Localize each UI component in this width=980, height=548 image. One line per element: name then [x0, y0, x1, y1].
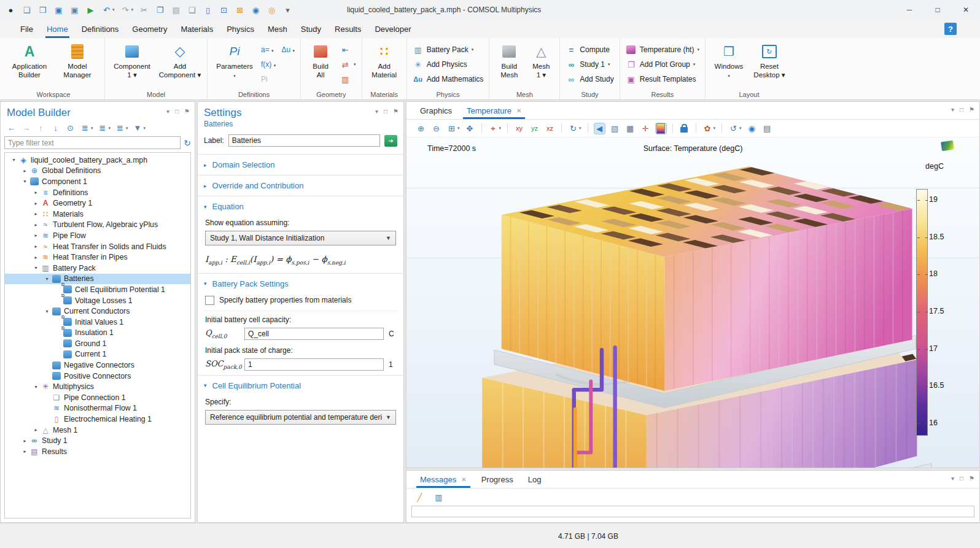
open-button[interactable]: ❒ [36, 4, 50, 17]
menu-tab-definitions[interactable]: Definitions [75, 20, 126, 38]
node-text-dropdown-icon[interactable]: ▾ [126, 126, 128, 131]
rename-button[interactable]: ➔ [384, 135, 397, 147]
undo-button[interactable]: ↶▾ [99, 4, 117, 17]
print-button[interactable]: ▤ [760, 122, 774, 135]
pin-icon[interactable]: ⚑ [969, 475, 974, 482]
move-up-button[interactable]: ↑ [34, 122, 48, 134]
float-panel-icon[interactable]: □ [960, 475, 963, 482]
menu-tab-physics[interactable]: Physics [220, 20, 261, 38]
build-mesh-button[interactable]: BuildMesh [493, 40, 525, 80]
chevron-right-icon[interactable]: ▸ [32, 190, 40, 195]
parameters-button[interactable]: Pi Parameters▾ [211, 40, 258, 80]
collapse-node-dropdown-icon[interactable]: ▾ [109, 126, 111, 131]
tree-item-positive-connectors[interactable]: Positive Connectors [5, 371, 190, 382]
zoom-box-dropdown-icon[interactable]: ▾ [457, 126, 460, 131]
panel-menu-icon[interactable]: ▾ [951, 475, 954, 482]
chevron-right-icon[interactable]: ▸ [21, 168, 29, 174]
show-button[interactable]: ⊙ [63, 122, 77, 134]
move-down-button[interactable]: ↓ [49, 122, 63, 134]
view-yz-button[interactable]: yz [527, 122, 542, 135]
label-input[interactable] [228, 134, 380, 147]
float-panel-icon[interactable]: □ [960, 106, 963, 113]
color-legend-button[interactable] [654, 122, 668, 135]
close-tab-icon[interactable]: ✕ [461, 476, 466, 483]
equation-assuming-dropdown[interactable]: Study 1, Wall Distance Initialization▼ [205, 231, 396, 245]
reset-desktop-button[interactable]: ↻ ResetDesktop ▾ [750, 40, 789, 80]
soc-input[interactable] [244, 358, 384, 371]
expand-node-button[interactable]: ≣▾ [78, 122, 95, 134]
scene-light-button[interactable]: ◀ [593, 122, 607, 135]
clear-messages-button[interactable]: ╱ [413, 491, 427, 504]
update-plot-button[interactable]: ↺▾ [726, 122, 744, 135]
chevron-right-icon[interactable]: ▸ [32, 201, 40, 206]
mesh-1-button[interactable]: △ Mesh1 ▾ [526, 40, 556, 80]
menu-tab-developer[interactable]: Developer [368, 20, 418, 38]
graphics-tab-temperature[interactable]: Temperature✕ [459, 102, 529, 119]
float-panel-icon[interactable]: □ [175, 108, 179, 115]
messages-tab-messages[interactable]: Messages✕ [413, 471, 474, 488]
tree-item-cell-equilibrium-potential-1[interactable]: DCell Equilibrium Potential 1 [5, 284, 190, 295]
virtual-operations-icon[interactable]: ▥ [340, 74, 351, 85]
tree-item-heat-transfer-in-solids-and-fluids[interactable]: ▸≈Heat Transfer in Solids and Fluids [5, 241, 190, 252]
tree-item-results[interactable]: ▸▤Results [5, 446, 190, 457]
chevron-right-icon[interactable]: ▸ [21, 449, 29, 454]
chevron-down-icon[interactable]: ▾ [32, 384, 40, 390]
comsol-logo-button[interactable]: ● [4, 4, 18, 17]
close-tab-icon[interactable]: ✕ [516, 107, 521, 114]
clear-selection-button[interactable]: ⊠ [233, 4, 247, 17]
run-button[interactable]: ▶ [84, 4, 98, 17]
select-box-button[interactable]: ⊡ [217, 4, 231, 17]
find-replace-button[interactable]: ◎ [265, 4, 279, 17]
chevron-right-icon[interactable]: ▸ [32, 427, 40, 433]
float-panel-icon[interactable]: □ [384, 108, 387, 115]
tree-item-mesh-1[interactable]: ▸△Mesh 1 [5, 425, 190, 436]
menu-tab-materials[interactable]: Materials [174, 20, 220, 38]
message-table-button[interactable]: ▥ [432, 491, 446, 504]
temperature-plot-button[interactable]: Temperature (ht)▾ [624, 43, 701, 56]
rotate-view-dropdown-icon[interactable]: ▾ [579, 126, 581, 131]
tree-item-global-definitions[interactable]: ▸⊕Global Definitions [5, 166, 190, 177]
zoom-in-button[interactable]: ⊕ [414, 122, 428, 135]
livelink-sync-icon[interactable]: ⇄ [340, 60, 351, 70]
rotate-view-button[interactable]: ↻▾ [566, 122, 583, 135]
new-file-button[interactable]: ❏ [20, 4, 34, 17]
expand-node-dropdown-icon[interactable]: ▾ [91, 126, 93, 131]
pin-icon[interactable]: ⚑ [969, 106, 974, 113]
tree-item-component-1[interactable]: ▾Component 1 [5, 176, 190, 187]
go-to-default-view-dropdown-icon[interactable]: ▾ [499, 126, 502, 131]
capacity-input[interactable] [244, 328, 384, 340]
nav-back-button[interactable]: ← [4, 122, 18, 134]
undo-dropdown-icon[interactable]: ▾ [112, 7, 115, 12]
section-override-contribution[interactable]: ▸Override and Contribution [198, 175, 403, 196]
result-templates-button[interactable]: ▣ Result Templates [624, 72, 701, 86]
paste-button[interactable]: ▤ [169, 4, 183, 17]
zoom-box-button[interactable]: ⊞▾ [445, 122, 462, 135]
tree-item-study-1[interactable]: ▸∞Study 1 [5, 435, 190, 446]
chevron-down-icon[interactable]: ▾ [10, 157, 18, 163]
variables-button[interactable]: a= ▾ [261, 45, 274, 54]
chevron-right-icon[interactable]: ▸ [32, 255, 40, 260]
nonlocal-couplings-button[interactable]: Δu ▾ [277, 45, 295, 54]
tree-item-initial-values-1[interactable]: DInitial Values 1 [5, 317, 190, 328]
messages-tab-log[interactable]: Log [521, 471, 549, 488]
add-study-button[interactable]: ∞ Add Study [564, 72, 615, 86]
tree-item-current-1[interactable]: Current 1 [5, 349, 190, 360]
duplicate-button[interactable]: ❏ [185, 4, 199, 17]
tree-item-voltage-losses-1[interactable]: DVoltage Losses 1 [5, 295, 190, 306]
panel-menu-icon[interactable]: ▾ [375, 108, 378, 115]
tree-item-ground-1[interactable]: Ground 1 [5, 338, 190, 349]
menu-tab-results[interactable]: Results [328, 20, 368, 38]
section-cell-equilibrium-potential[interactable]: ▾Cell Equilibrium Potential [198, 375, 403, 396]
chevron-right-icon[interactable]: ▸ [21, 438, 29, 444]
add-plot-group-button[interactable]: ❐ Add Plot Group▾ [624, 58, 701, 71]
add-material-button[interactable]: ∷ AddMaterial [366, 40, 403, 80]
messages-tab-progress[interactable]: Progress [474, 471, 521, 488]
tree-item-current-conductors[interactable]: ▾Current Conductors [5, 306, 190, 317]
cut-button[interactable]: ✂ [137, 4, 151, 17]
tree-item-materials[interactable]: ▸∷Materials [5, 209, 190, 220]
grid-button[interactable]: ▦ [623, 122, 637, 135]
tree-item-battery-pack[interactable]: ▾▥Battery Pack [5, 263, 190, 274]
tree-item-batteries[interactable]: ▾Batteries [5, 274, 190, 285]
nav-forward-button[interactable]: → [19, 122, 33, 134]
filter-input[interactable] [4, 136, 181, 149]
